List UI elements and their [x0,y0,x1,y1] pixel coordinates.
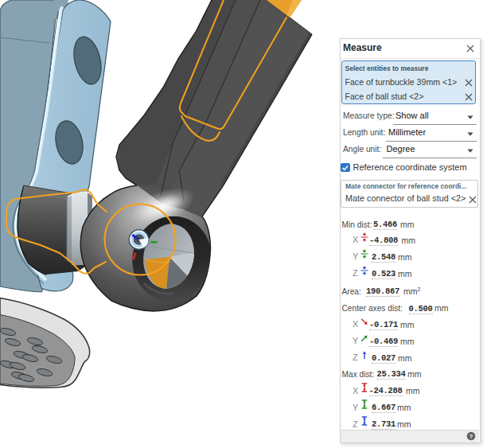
svg-text:?: ? [469,432,473,439]
